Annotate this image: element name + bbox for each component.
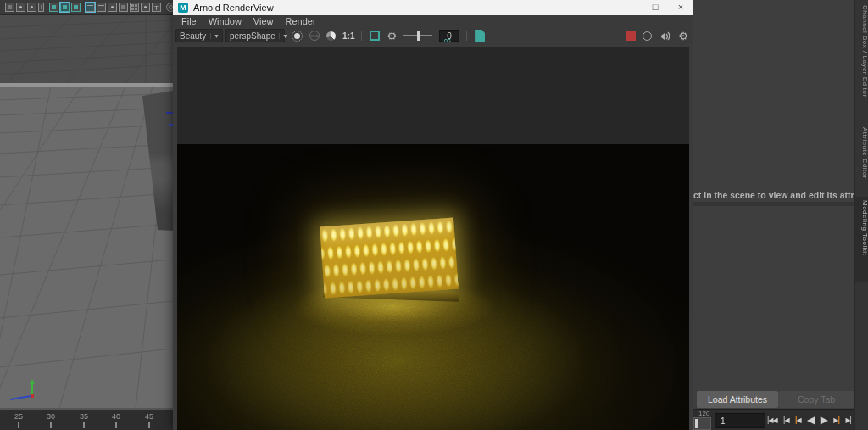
pencil-icon[interactable]	[49, 3, 58, 12]
step-forward-frame-button[interactable]: ▶|	[845, 412, 851, 428]
right-sidebar-tabs: Channel Box / Layer Editor Attribute Edi…	[854, 0, 868, 430]
menu-render[interactable]: Render	[286, 16, 316, 26]
attribute-editor-panel: ct in the scene to view and edit its att…	[693, 0, 854, 430]
panel-text-layout-icon[interactable]	[152, 3, 161, 12]
panel-arrow-layout-icon[interactable]	[141, 3, 150, 12]
persp-outliner-layout-icon[interactable]	[97, 3, 106, 12]
maya-application: 25 30 35 40 45 M Arnold RenderView – □ ×…	[0, 0, 868, 430]
bookmark-icon[interactable]	[38, 3, 44, 12]
timeline-tick-mark	[18, 422, 19, 428]
range-slider-handle[interactable]	[693, 417, 711, 430]
wireframe-edge-highlight	[166, 112, 173, 114]
timeline-tick-mark	[115, 422, 117, 428]
play-forward-button[interactable]: ▶	[821, 412, 827, 427]
timeline-tick-label: 30	[47, 412, 55, 421]
timeline-tick-mark	[50, 422, 52, 428]
stop-render-icon[interactable]	[626, 31, 636, 41]
timeline-tick-label: 35	[80, 412, 88, 421]
rgb-channels-icon[interactable]: RGB	[309, 31, 320, 41]
timeline-tick-mark	[148, 422, 150, 428]
aov-dropdown[interactable]: Beauty ▼	[175, 29, 223, 42]
playback-controls: |◀◀ |◀ |◀ ◀ ▶ ▶| ▶| ▶▶|	[767, 412, 867, 427]
toolbar-separator	[361, 31, 362, 41]
timeline-tick-mark	[83, 422, 85, 428]
maximize-button[interactable]: □	[643, 0, 668, 15]
window-titlebar[interactable]: M Arnold RenderView – □ ×	[173, 0, 693, 15]
close-button[interactable]: ×	[668, 0, 693, 15]
camera-dropdown[interactable]: perspShape ▼	[225, 29, 285, 42]
persp-panel-dot-icon[interactable]	[108, 3, 117, 12]
attribute-editor-hint: ct in the scene to view and edit its att…	[693, 190, 854, 200]
menu-window[interactable]: Window	[209, 16, 242, 26]
outliner-icon[interactable]	[86, 3, 95, 12]
arnold-toolbar-right: ⚙	[626, 27, 688, 44]
rendered-image[interactable]	[177, 144, 689, 430]
camera-icon[interactable]	[5, 3, 14, 12]
notification-icon[interactable]	[659, 31, 671, 42]
panel-divider	[693, 202, 854, 206]
timeline-tick-label: 25	[14, 412, 23, 421]
slider-handle[interactable]	[417, 31, 420, 41]
timeline-tick-label: 45	[145, 412, 153, 421]
tab-attribute-editor[interactable]: Attribute Editor	[855, 124, 868, 195]
tab-channel-box[interactable]: Channel Box / Layer Editor	[855, 2, 868, 102]
progress-circle-icon[interactable]	[643, 31, 652, 41]
menu-file[interactable]: File	[181, 16, 197, 26]
color-wheel-icon[interactable]	[326, 31, 336, 41]
time-slider[interactable]: 25 30 35 40 45	[0, 408, 173, 430]
camera-teal-icon[interactable]	[71, 3, 81, 12]
go-to-start-button[interactable]: |◀◀	[767, 412, 777, 428]
render-globals-icon[interactable]	[16, 3, 25, 12]
settings-gear-icon[interactable]: ⚙	[678, 31, 688, 42]
display-settings-icon[interactable]: ⚙	[387, 31, 397, 42]
timeline-tick-label: 40	[112, 412, 120, 421]
view-axis-gizmo	[7, 378, 41, 402]
arnold-toolbar: Beauty ▼ perspShape ▼ RGB 1:1 ⚙ 0	[173, 27, 693, 44]
chevron-down-icon: ▼	[279, 33, 291, 39]
snap-icon[interactable]	[27, 3, 36, 12]
zoom-ratio-label[interactable]: 1:1	[342, 31, 354, 41]
single-pane-layout-icon[interactable]	[119, 3, 128, 12]
menu-view[interactable]: View	[253, 16, 274, 26]
viewport-grid	[0, 15, 173, 408]
maya-top-toolbar	[0, 0, 173, 15]
chevron-down-icon: ▼	[210, 33, 222, 39]
log-file-icon[interactable]	[475, 30, 485, 42]
region-render-icon[interactable]	[370, 31, 380, 41]
render-frame	[173, 44, 693, 430]
window-title: Arnold RenderView	[193, 3, 617, 13]
range-end-label: 120	[698, 410, 709, 417]
arnold-renderview-window: M Arnold RenderView – □ × File Window Vi…	[173, 0, 693, 430]
play-backward-button[interactable]: ◀	[807, 412, 814, 427]
exposure-slider[interactable]	[403, 35, 432, 36]
current-frame-field[interactable]: 1	[715, 413, 765, 428]
load-attributes-button[interactable]: Load Attributes	[697, 391, 778, 408]
copy-tab-button[interactable]: Copy Tab	[778, 391, 854, 408]
grease-pencil-icon[interactable]	[60, 3, 70, 12]
snapshot-icon[interactable]	[292, 31, 303, 42]
maya-app-icon: M	[178, 3, 188, 13]
arnold-menubar: File Window View Render	[173, 15, 693, 27]
four-pane-layout-icon[interactable]	[130, 3, 139, 12]
step-back-frame-button[interactable]: |◀	[783, 412, 789, 428]
toolbar-separator	[466, 31, 467, 41]
minimize-button[interactable]: –	[617, 0, 643, 15]
tab-modeling-toolkit[interactable]: Modeling Toolkit	[855, 197, 868, 282]
step-forward-key-button[interactable]: ▶|	[833, 412, 839, 428]
perspective-viewport[interactable]	[0, 15, 173, 408]
emissive-yellow-panel	[320, 218, 458, 299]
step-back-key-button[interactable]: |◀	[795, 412, 801, 428]
log-file-label: LOG	[442, 38, 451, 43]
